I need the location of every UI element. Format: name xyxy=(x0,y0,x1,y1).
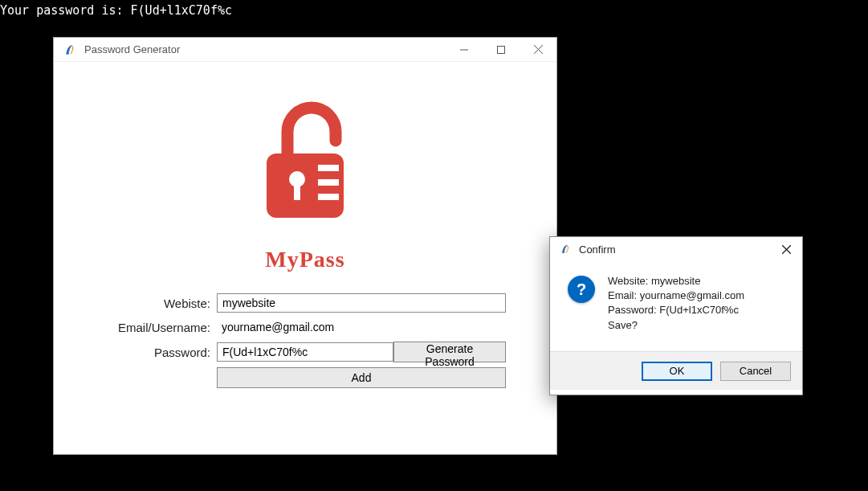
app-icon xyxy=(62,41,79,59)
website-label: Webiste: xyxy=(96,297,217,310)
console-output: Your password is: F(Ud+l1xC70f%c xyxy=(0,0,868,18)
lock-icon xyxy=(225,88,385,248)
dialog-button-row: OK Cancel xyxy=(550,351,802,390)
main-window: Password Generator MyPass xyxy=(53,37,557,455)
website-input[interactable] xyxy=(217,293,506,313)
dialog-line2: Email: yourname@gmail.com xyxy=(608,288,744,303)
dialog-titlebar[interactable]: Confirm xyxy=(550,237,802,261)
ok-button[interactable]: OK xyxy=(642,362,712,381)
generate-password-button[interactable]: Generate Password xyxy=(393,342,506,362)
close-button[interactable] xyxy=(520,38,556,62)
email-input[interactable] xyxy=(217,317,506,337)
dialog-app-icon xyxy=(558,241,574,257)
logo-text: MyPass xyxy=(86,247,524,272)
svg-rect-6 xyxy=(294,182,300,200)
add-button[interactable]: Add xyxy=(217,367,506,388)
dialog-line4: Save? xyxy=(608,318,744,333)
password-label: Password: xyxy=(96,346,217,359)
form: Webiste: Email/Username: Password: Gener… xyxy=(96,293,514,388)
email-label: Email/Username: xyxy=(96,321,217,334)
svg-rect-9 xyxy=(318,194,339,200)
confirm-dialog: Confirm ? Website: mywebsite Email: your… xyxy=(549,236,803,395)
dialog-line1: Website: mywebsite xyxy=(608,274,744,288)
cancel-button[interactable]: Cancel xyxy=(720,362,791,381)
console-line: Your password is: F(Ud+l1xC70f%c xyxy=(0,3,232,18)
password-input[interactable] xyxy=(217,342,393,362)
dialog-message: Website: mywebsite Email: yourname@gmail… xyxy=(608,274,744,351)
dialog-title: Confirm xyxy=(579,243,616,256)
dialog-close-button[interactable] xyxy=(770,237,802,261)
maximize-button[interactable] xyxy=(483,38,520,62)
titlebar[interactable]: Password Generator xyxy=(54,38,556,62)
minimize-button[interactable] xyxy=(446,38,483,62)
window-body: MyPass Webiste: Email/Username: Password… xyxy=(54,62,556,409)
question-icon: ? xyxy=(568,276,595,303)
window-title: Password Generator xyxy=(84,43,180,55)
svg-rect-7 xyxy=(318,165,339,171)
svg-rect-8 xyxy=(318,179,339,186)
svg-rect-1 xyxy=(498,46,505,53)
dialog-line3: Password: F(Ud+l1xC70f%c xyxy=(608,303,744,317)
dialog-body: ? Website: mywebsite Email: yourname@gma… xyxy=(550,261,802,351)
